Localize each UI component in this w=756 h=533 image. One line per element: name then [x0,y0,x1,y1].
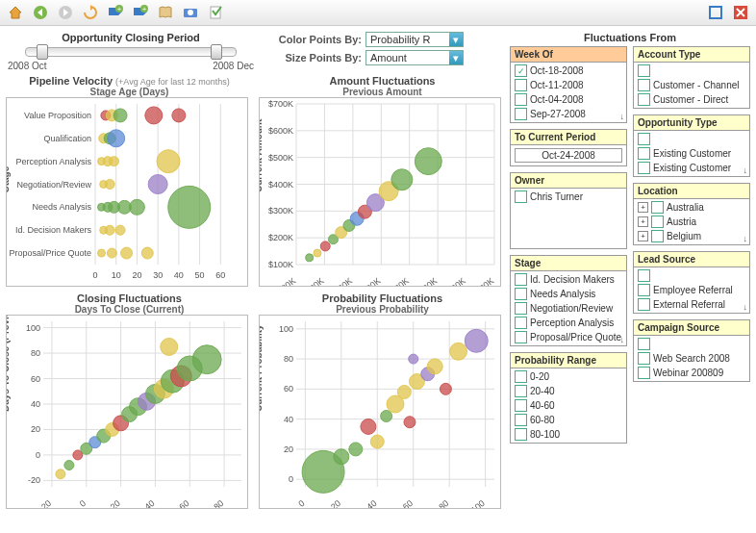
filter-item[interactable]: 40-60 [513,398,624,413]
filter-item[interactable]: 0-20 [513,369,624,384]
scroll-down-icon[interactable]: ↓ [620,335,625,344]
svg-text:20: 20 [109,498,122,508]
checkbox[interactable] [638,269,650,282]
filter-item[interactable]: Sep-27-2008 [513,107,624,121]
filter-item[interactable]: Employee Referral [636,283,747,297]
filter-item[interactable]: Existing Customer [636,161,747,175]
filter-item[interactable]: Id. Decision Makers [513,272,624,287]
checkbox[interactable] [515,428,527,441]
scroll-down-icon[interactable]: ↓ [620,112,625,121]
expand-icon[interactable]: + [638,202,648,213]
home-icon[interactable] [6,3,25,22]
filter-item[interactable]: Perception Analysis [513,316,624,330]
color-by-dropdown[interactable]: Probability R▾ [365,32,464,47]
expand-icon[interactable]: + [638,216,648,227]
filter-item[interactable]: Chris Turner [513,190,624,204]
checkbox[interactable] [638,79,650,91]
checkbox[interactable] [638,352,650,365]
filter-item[interactable]: 80-100 [513,427,624,442]
checkbox[interactable] [515,317,527,329]
checkbox[interactable] [515,190,527,203]
checkbox[interactable] [515,288,527,300]
panel-header: To Current Period [511,130,626,145]
svg-text:0: 0 [296,498,306,508]
svg-point-57 [107,248,116,258]
svg-text:0: 0 [78,498,88,508]
expand-icon[interactable]: + [638,231,648,241]
minimize-icon[interactable] [706,3,725,22]
filter-item[interactable]: External Referral [636,297,747,312]
filter-item[interactable]: +Austria [636,215,747,229]
filter-week-of: Week Of✓Oct-18-2008Oct-11-2008Oct-04-200… [510,46,627,123]
svg-text:20: 20 [31,424,40,434]
scroll-down-icon[interactable]: ↓ [743,302,748,312]
checkbox[interactable] [638,284,650,296]
chart-pipeline: Pipeline Velocity (+Avg Age for last 12 … [6,75,253,287]
filter-item[interactable] [636,337,747,351]
checkbox[interactable] [515,414,527,426]
bookmark-add2-icon[interactable]: + [131,3,150,22]
svg-point-101 [415,148,441,175]
checkbox[interactable] [638,367,650,379]
checkbox[interactable] [638,162,650,174]
filter-item[interactable]: Oct-04-2008 [513,92,624,107]
svg-point-36 [172,109,186,122]
checkbox[interactable] [651,216,664,228]
refresh-icon[interactable] [81,3,100,22]
camera-icon[interactable] [181,3,200,22]
filter-item[interactable]: Customer - Direct [636,92,747,107]
bookmark-add-icon[interactable]: + [106,3,125,22]
apply-icon[interactable] [206,3,225,22]
checkbox[interactable] [651,230,664,242]
checkbox[interactable] [638,298,650,311]
filter-item[interactable]: Existing Customer [636,146,747,161]
plot-area[interactable]: Current Amount$0K$100K$200K$300K$400K$50… [259,97,501,287]
svg-point-42 [110,157,119,166]
checkbox[interactable] [638,147,650,160]
filter-item[interactable] [636,268,747,283]
filter-item[interactable]: Proposal/Price Quote [513,330,624,344]
size-by-label: Size Points By: [275,52,362,63]
checkbox[interactable] [515,370,527,383]
back-icon[interactable] [31,3,50,22]
plot-area[interactable]: Current Probability020406080100020406080… [259,315,501,509]
checkbox[interactable] [638,93,650,106]
checkbox[interactable] [515,331,527,343]
filter-item[interactable]: Customer - Channel [636,78,747,92]
filter-item[interactable]: 60-80 [513,413,624,427]
filter-item[interactable]: Needs Analysis [513,287,624,301]
closing-period-slider[interactable]: Opportunity Closing Period 2008 Oct2008 … [6,32,256,71]
checkbox[interactable] [638,64,650,77]
filter-item[interactable]: Oct-11-2008 [513,78,624,92]
filter-item[interactable] [636,132,747,146]
checkbox[interactable] [638,338,650,350]
plot-area[interactable]: Stage0102030405060Value PropositionQuali… [6,97,248,287]
checkbox[interactable] [515,79,527,91]
scroll-down-icon[interactable]: ↓ [743,234,748,243]
svg-text:$500K: $500K [414,276,439,286]
checkbox[interactable] [515,93,527,106]
filter-item[interactable]: Webinar 200809 [636,366,747,380]
plot-area[interactable]: Days To Close (Previous)-20020406080-200… [6,315,248,509]
filter-item[interactable]: +Australia [636,200,747,215]
checkbox[interactable] [515,302,527,315]
filter-item[interactable]: +Belgium [636,229,747,243]
checkbox[interactable] [651,201,664,214]
checkbox[interactable] [515,399,527,412]
checkbox[interactable] [515,385,527,397]
forward-icon[interactable] [56,3,75,22]
filter-item[interactable]: Negotiation/Review [513,301,624,316]
filter-item[interactable]: 20-40 [513,384,624,398]
checkbox[interactable] [638,133,650,145]
checkbox[interactable] [515,108,527,120]
svg-point-59 [141,247,153,259]
checkbox[interactable] [515,273,527,286]
close-icon[interactable] [731,3,750,22]
filter-item[interactable]: ✓Oct-18-2008 [513,63,624,78]
checkbox[interactable]: ✓ [515,64,527,77]
filter-item[interactable]: Web Search 2008 [636,351,747,366]
size-by-dropdown[interactable]: Amount▾ [365,50,464,65]
book-icon[interactable] [156,3,175,22]
scroll-down-icon[interactable]: ↓ [743,165,748,175]
filter-item[interactable] [636,63,747,78]
